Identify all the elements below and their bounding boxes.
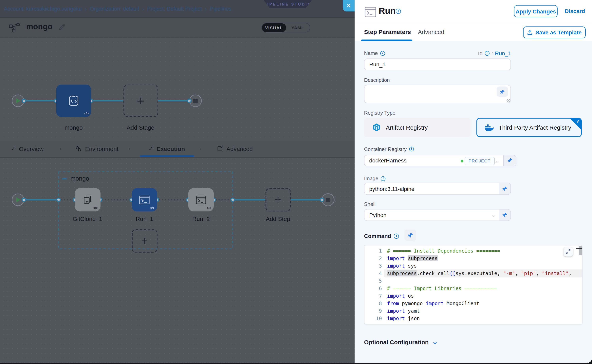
step-node-gitclone[interactable]: </> [75, 188, 100, 211]
edit-pipeline-icon[interactable] [59, 24, 65, 30]
selected-checkmark [569, 118, 581, 130]
step-label-gitclone[interactable]: GitClone_1 [73, 215, 102, 222]
active-tab-indicator [140, 155, 194, 157]
name-label: Namei [364, 50, 385, 56]
code-line: 1# ====== Install Dependencies ======== [364, 247, 582, 254]
info-icon[interactable]: i [381, 176, 385, 181]
pin-button[interactable] [497, 87, 508, 97]
registry-option-third-party[interactable]: Third-Party Artifact Registry [477, 117, 582, 137]
code-line: 6# ====== Import Libraries =========== [364, 284, 582, 292]
breadcrumb-item[interactable]: Project: Default Project [147, 6, 202, 12]
tab-execution[interactable]: ✓ Execution [148, 141, 185, 156]
stage-graph-canvas[interactable]: </> + mongo Add Stage [0, 37, 355, 141]
tab-advanced[interactable]: Advanced [217, 141, 253, 156]
drawer-tabs: Step Parameters Advanced Save as Templat… [355, 23, 592, 41]
info-icon[interactable]: i [380, 51, 385, 56]
add-stage-button[interactable]: + [123, 84, 158, 117]
code-line: 5 [364, 277, 582, 284]
collapse-group-icon[interactable] [62, 178, 67, 179]
advanced-icon [217, 145, 223, 152]
tab-environment[interactable]: Environment [75, 141, 118, 156]
add-stage-label[interactable]: Add Stage [127, 124, 154, 131]
info-icon[interactable]: i [484, 51, 489, 56]
execution-graph-canvas[interactable]: mongo </> </> </> [0, 158, 355, 363]
visual-yaml-toggle: VISUAL YAML [262, 23, 310, 32]
run-step-icon [364, 7, 376, 17]
pipeline-title-bar: mongo VISUAL YAML [0, 18, 355, 37]
stage-label[interactable]: mongo [65, 124, 83, 131]
registry-type-label: Registry Type [364, 110, 396, 116]
visual-toggle-button[interactable]: VISUAL [262, 23, 286, 32]
check-icon: ✓ [148, 145, 153, 152]
chevron-down-icon[interactable]: ⌄ [491, 212, 497, 218]
description-label: Description [364, 77, 390, 83]
description-input[interactable] [364, 85, 511, 103]
window-bottom-edge [0, 363, 592, 364]
breadcrumb-item[interactable]: Pipelines [210, 6, 232, 12]
tab-overview[interactable]: ✓ Overview [11, 141, 44, 156]
editor-scroll-marker [576, 248, 582, 249]
chevron-down-icon: ⌄ [432, 338, 438, 345]
step-node-run2[interactable]: </> [188, 188, 214, 211]
environment-icon [75, 145, 82, 152]
check-icon: ✓ [11, 145, 16, 152]
add-step-button[interactable]: + [265, 188, 291, 211]
add-step-below-button[interactable]: + [132, 229, 157, 253]
code-line: 4subprocess.check_call([sys.executable, … [364, 269, 582, 277]
active-tab-indicator [361, 39, 412, 41]
resize-handle[interactable] [506, 99, 510, 102]
artifact-registry-icon [372, 123, 381, 132]
pin-attachment[interactable] [499, 209, 511, 221]
info-icon[interactable]: i [396, 9, 401, 14]
breadcrumb-item[interactable]: Organization: default [90, 6, 139, 12]
info-icon[interactable]: i [394, 233, 399, 239]
connector-status-dot [461, 159, 463, 162]
registry-option-artifact[interactable]: Artifact Registry [364, 117, 471, 137]
tab-advanced[interactable]: Advanced [418, 28, 444, 35]
step-label-run1[interactable]: Run_1 [136, 215, 153, 222]
step-node-run1[interactable]: </> [132, 188, 157, 211]
code-line: 2import subprocess [364, 254, 582, 262]
apply-changes-button[interactable]: Apply Changes [514, 5, 558, 17]
code-badge: </> [84, 111, 89, 115]
image-label: Imagei [364, 176, 385, 182]
drawer-header: Run i Apply Changes Discard [355, 0, 592, 23]
code-badge: </> [206, 206, 211, 210]
expand-editor-button[interactable] [563, 247, 573, 256]
step-group-header[interactable]: mongo [62, 175, 89, 182]
pin-button[interactable] [404, 230, 416, 241]
code-line: 3import sys [364, 262, 582, 269]
editor-scrollbar[interactable] [579, 246, 581, 255]
stage-node-mongo[interactable]: </> [56, 84, 91, 117]
stage-tabs: ✓ Overview › Environment › ✓ Execution ›… [0, 141, 355, 158]
image-input[interactable]: python:3.11-alpine [364, 182, 499, 195]
code-line: 10import json [364, 314, 582, 322]
close-drawer-button[interactable]: ✕ [343, 0, 355, 11]
optional-configuration-toggle[interactable]: Optional Configuration ⌄ [364, 338, 438, 345]
chevron-down-icon[interactable]: ⌄ [494, 158, 500, 163]
discard-button[interactable]: Discard [565, 8, 585, 14]
upload-icon [527, 29, 533, 35]
name-input[interactable]: Run_1 [364, 58, 511, 70]
info-icon[interactable]: i [409, 147, 414, 151]
step-id-value[interactable]: Run_1 [495, 50, 511, 57]
command-code-editor[interactable]: 1# ====== Install Dependencies ========2… [364, 245, 582, 325]
expand-icon [565, 249, 571, 254]
step-label-run2[interactable]: Run_2 [192, 215, 210, 222]
shell-select[interactable]: Python ⌄ [364, 209, 499, 221]
add-step-label[interactable]: Add Step [266, 215, 290, 222]
breadcrumb-item[interactable]: Account: kurosakiichigo.songoku [4, 6, 82, 12]
pipeline-graph-icon [9, 23, 20, 33]
pipeline-studio-app: Account: kurosakiichigo.songoku›Organiza… [0, 0, 592, 364]
pin-attachment[interactable] [504, 155, 516, 166]
pipeline-title: mongo [26, 22, 53, 31]
pin-attachment[interactable] [499, 182, 511, 195]
save-as-template-button[interactable]: Save as Template [523, 26, 586, 38]
yaml-toggle-button[interactable]: YAML [286, 23, 310, 32]
container-registry-input[interactable]: dockerHarness PROJECT ⌄ [364, 155, 504, 166]
breadcrumb[interactable]: Account: kurosakiichigo.songoku›Organiza… [4, 5, 231, 12]
pin-icon [500, 89, 505, 94]
shell-label: Shell [364, 201, 376, 207]
tab-step-parameters[interactable]: Step Parameters [364, 28, 411, 35]
pin-icon [407, 232, 413, 238]
